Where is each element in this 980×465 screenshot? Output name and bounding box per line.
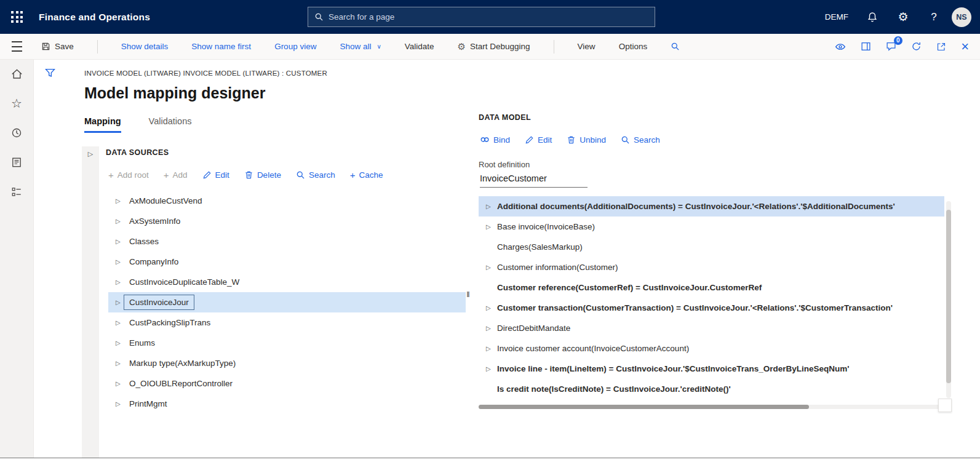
messages-button[interactable]: 0 [886, 41, 896, 52]
data-model-tree-row[interactable]: ▷ Charges(SalesMarkup) [479, 237, 944, 257]
data-model-tree-row[interactable]: ▷ DirectDebitMandate [479, 318, 944, 338]
data-model-tree-row[interactable]: ▷ Invoice customer account(InvoiceCustom… [479, 338, 944, 359]
plus-icon: + [350, 170, 356, 180]
show-name-first-button[interactable]: Show name first [191, 42, 251, 51]
search-button[interactable]: Search [621, 135, 660, 145]
data-source-tree-row[interactable]: ▷ Enums [108, 333, 466, 353]
rail-recent-button[interactable] [0, 125, 34, 141]
data-model-tree-row[interactable]: ▷ Invoice line - item(LineItem) = CustIn… [479, 359, 944, 379]
edit-button[interactable]: Edit [202, 170, 229, 180]
root-definition-field[interactable]: InvoiceCustomer [480, 173, 588, 188]
rail-favorites-button[interactable]: ☆ [0, 95, 34, 111]
expand-arrow-icon[interactable]: ▷ [108, 279, 129, 285]
expand-arrow-icon[interactable]: ▷ [108, 238, 129, 245]
expand-arrow-icon[interactable]: ▷ [108, 197, 129, 204]
side-pane-button[interactable] [861, 41, 871, 52]
data-model-tree-row[interactable]: ▷ Is credit note(IsCreditNote) = CustInv… [479, 379, 944, 399]
expand-arrow-icon[interactable]: ▷ [108, 319, 129, 326]
vertical-scrollbar-thumb[interactable] [946, 210, 951, 383]
data-source-tree-row[interactable]: ▷ AxSystemInfo [108, 211, 466, 231]
expand-arrow-icon[interactable]: ▷ [479, 365, 497, 372]
expand-arrow-icon[interactable]: ▷ [108, 340, 129, 346]
bind-button[interactable]: Bind [480, 135, 510, 145]
edit-button[interactable]: Edit [525, 135, 552, 145]
expand-arrow-icon[interactable]: ▷ [108, 380, 129, 387]
horizontal-scrollbar-thumb[interactable] [479, 405, 809, 409]
page-search-input[interactable] [329, 12, 648, 22]
rail-workspaces-button[interactable] [0, 184, 34, 200]
save-button[interactable]: Save [41, 42, 74, 51]
action-pane-search-button[interactable] [671, 42, 680, 51]
breadcrumb[interactable]: INVOICE MODEL (LITWARE) INVOICE MODEL (L… [84, 70, 327, 77]
tree-row-label: Customer transaction(CustomerTransaction… [497, 303, 893, 312]
expand-arrow-icon[interactable]: ▷ [479, 223, 497, 230]
group-view-button[interactable]: Group view [274, 42, 316, 51]
data-source-tree-row[interactable]: ▷ CustInvoiceDuplicateTable_W [108, 272, 466, 292]
popout-icon [936, 42, 946, 52]
data-model-header: DATA MODEL [479, 113, 944, 122]
expand-arrow-icon[interactable]: ▷ [108, 258, 129, 265]
filter-button[interactable] [45, 68, 55, 78]
app-launcher-waffle-icon[interactable] [0, 0, 34, 34]
expand-arrow-icon[interactable]: ▷ [479, 345, 497, 352]
data-source-tree-row[interactable]: ▷ CompanyInfo [108, 252, 466, 272]
data-model-tree-row[interactable]: ▷ Customer reference(CustomerRef) = Cust… [479, 277, 944, 298]
rail-home-button[interactable] [0, 66, 34, 82]
data-source-tree-row[interactable]: ▷ CustInvoiceJour [108, 292, 466, 312]
unbind-button[interactable]: Unbind [567, 135, 606, 145]
data-source-tree-row[interactable]: ▷ O_OIOUBLReportController [108, 373, 466, 394]
cache-button[interactable]: + Cache [350, 170, 383, 180]
expand-arrow-icon[interactable]: ▷ [108, 360, 129, 367]
help-button[interactable]: ? [918, 0, 949, 34]
avatar[interactable]: NS [952, 7, 971, 27]
bell-icon [867, 12, 878, 23]
expand-arrow-icon[interactable]: ▷ [479, 304, 497, 311]
data-model-tree-row[interactable]: ▷ Customer information(Customer) [479, 257, 944, 277]
waffle-grid-icon [11, 11, 23, 23]
label: Start Debugging [470, 42, 530, 51]
expand-arrow-icon[interactable]: ▷ [108, 400, 129, 407]
data-sources-toolbar: + Add root + Add Edit Delete [108, 170, 466, 180]
delete-button[interactable]: Delete [244, 170, 281, 180]
close-button[interactable]: × [961, 40, 969, 54]
data-source-tree-row[interactable]: ▷ CustPackingSlipTrans [108, 312, 466, 333]
rail-forms-button[interactable] [0, 154, 34, 170]
tab-validations[interactable]: Validations [149, 116, 192, 133]
refresh-button[interactable] [911, 41, 922, 52]
tree-row-label: PrintMgmt [129, 399, 167, 408]
options-menu-button[interactable]: Options [619, 42, 648, 51]
view-menu-button[interactable]: View [578, 42, 596, 51]
page-search-box[interactable] [308, 7, 655, 27]
form-icon [11, 157, 22, 168]
related-info-button[interactable] [835, 41, 846, 52]
data-source-tree-row[interactable]: ▷ PrintMgmt [108, 394, 466, 414]
data-model-tree-row[interactable]: ▷ Additional documents(AdditionalDocumen… [479, 196, 944, 217]
show-all-dropdown[interactable]: Show all ∨ [340, 42, 381, 51]
tab-mapping[interactable]: Mapping [84, 116, 121, 133]
settings-button[interactable]: ⚙ [888, 0, 918, 34]
label: Save [55, 42, 74, 51]
expand-arrow-icon[interactable]: ▷ [479, 325, 497, 332]
validate-button[interactable]: Validate [405, 42, 434, 51]
search-icon [314, 12, 324, 22]
notifications-button[interactable] [857, 0, 888, 34]
panel-splitter[interactable]: ‖ [464, 286, 472, 302]
company-picker[interactable]: DEMF [825, 12, 848, 22]
horizontal-scrollbar[interactable] [479, 405, 940, 409]
panel-collapse-strip[interactable]: ▷ [82, 146, 99, 458]
expand-arrow-icon[interactable]: ▷ [479, 203, 497, 210]
vertical-scrollbar[interactable] [946, 201, 951, 398]
hamburger-menu-button[interactable] [0, 40, 34, 54]
data-model-tree-row[interactable]: ▷ Base invoice(InvoiceBase) [479, 217, 944, 237]
show-details-button[interactable]: Show details [121, 42, 169, 51]
data-source-tree-row[interactable]: ▷ Markup type(AxMarkupType) [108, 353, 466, 373]
link-icon [480, 135, 490, 145]
open-in-new-window-button[interactable] [936, 42, 946, 52]
start-debugging-button[interactable]: ⚙ Start Debugging [458, 42, 530, 51]
data-source-tree-row[interactable]: ▷ AxModuleCustVend [108, 191, 466, 211]
search-button[interactable]: Search [296, 170, 335, 180]
expand-arrow-icon[interactable]: ▷ [108, 218, 129, 225]
data-source-tree-row[interactable]: ▷ Classes [108, 231, 466, 252]
data-model-tree-row[interactable]: ▷ Customer transaction(CustomerTransacti… [479, 298, 944, 318]
expand-arrow-icon[interactable]: ▷ [479, 264, 497, 271]
